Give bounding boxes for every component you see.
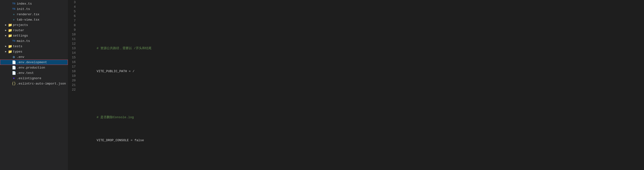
- folder-icon: 📁: [8, 23, 12, 27]
- sidebar-item-label: projects: [13, 23, 28, 27]
- sidebar-item-eslintignore[interactable]: ▶ ● .eslintignore: [0, 76, 68, 81]
- sidebar-item-env[interactable]: ▶ ⚙ .env: [0, 54, 68, 60]
- sidebar-item-projects[interactable]: ▶ 📁 projects: [0, 22, 68, 28]
- line-num-18: 18: [72, 69, 76, 74]
- line-num-14: 14: [72, 51, 76, 55]
- sidebar-item-index-ts[interactable]: ▶ TS index.ts: [0, 1, 68, 6]
- types-folder-icon: 📁: [8, 50, 12, 54]
- line-num-7: 7: [72, 18, 76, 23]
- sidebar-item-label: .env.development: [17, 61, 47, 64]
- sidebar-item-env-development[interactable]: ▶ 📄 .env.development: [0, 60, 68, 65]
- line-num-9: 9: [72, 28, 76, 32]
- sidebar-item-label: .env: [17, 55, 24, 59]
- code-line-7: # 是否删除Console.log: [82, 110, 644, 115]
- folder-arrow: ▶: [4, 50, 8, 53]
- line-num-3: 3: [72, 0, 76, 4]
- sidebar-item-env-production[interactable]: ▶ 📄 .env.production: [0, 65, 68, 70]
- code-content: # 资源公共路径，需要以 /开头和结尾 VITE_PUBLIC_PATH = /…: [78, 0, 644, 170]
- line-num-12: 12: [72, 41, 76, 46]
- line-num-5: 5: [72, 9, 76, 14]
- code-line-5: VITE_PUBLIC_PATH = /: [82, 64, 644, 69]
- folder-arrow: ▶: [4, 23, 8, 26]
- line-num-15: 15: [72, 55, 76, 60]
- sidebar-item-label: renderer.tsx: [17, 12, 40, 16]
- line-numbers: 3 4 5 6 7 8 9 10 11 12 13 14 15 16 17 18…: [68, 0, 78, 170]
- sidebar-item-init-ts[interactable]: ▶ TS init.ts: [0, 6, 68, 12]
- sidebar-item-label: router: [13, 28, 24, 32]
- sidebar-item-label: tab-view.tsx: [17, 18, 40, 21]
- line-num-17: 17: [72, 64, 76, 69]
- line-num-19: 19: [72, 74, 76, 78]
- ts-file-icon: TS: [12, 2, 16, 5]
- file-icon: 📄: [12, 66, 16, 70]
- tsx-file-icon: ⚛: [12, 13, 16, 16]
- sidebar-item-label: .env.production: [17, 66, 45, 69]
- code-line-9: [82, 157, 644, 161]
- folder-arrow: ▶: [4, 45, 8, 48]
- eslint-file-icon: ●: [12, 76, 16, 80]
- tests-folder-icon: 📁: [8, 44, 12, 48]
- code-line-3: [82, 18, 644, 23]
- folder-arrow: ▶: [4, 29, 8, 32]
- tsx-file-icon: ⚛: [12, 18, 16, 21]
- editor-content: 3 4 5 6 7 8 9 10 11 12 13 14 15 16 17 18…: [68, 0, 644, 170]
- folder-arrow: ▶: [4, 34, 8, 37]
- settings-folder-icon: 📁: [8, 34, 12, 38]
- sidebar-item-label: tests: [13, 44, 22, 48]
- code-editor[interactable]: 3 4 5 6 7 8 9 10 11 12 13 14 15 16 17 18…: [68, 0, 644, 170]
- line-num-22: 22: [72, 87, 76, 92]
- code-line-4: # 资源公共路径，需要以 /开头和结尾: [82, 41, 644, 46]
- sidebar-item-router[interactable]: ▶ 📁 router: [0, 28, 68, 33]
- line-num-8: 8: [72, 23, 76, 28]
- line-num-20: 20: [72, 78, 76, 83]
- sidebar-item-renderer-tsx[interactable]: ▶ ⚛ renderer.tsx: [0, 12, 68, 17]
- file-icon: 📄: [12, 71, 16, 75]
- file-icon: 📄: [12, 60, 16, 64]
- sidebar-item-label: .eslintrc-auto-import.json: [17, 82, 66, 85]
- comment-token: # 是否删除Console.log: [96, 116, 134, 119]
- sidebar-item-label: init.ts: [17, 7, 30, 11]
- line-num-21: 21: [72, 83, 76, 87]
- sidebar-item-main-ts[interactable]: ▶ TS main.ts: [0, 38, 68, 44]
- sidebar-item-eslintrc[interactable]: ▶ {} .eslintrc-auto-import.json: [0, 81, 68, 86]
- ts-file-icon: TS: [12, 39, 16, 42]
- router-folder-icon: 📁: [8, 28, 12, 32]
- file-explorer: ▶ TS index.ts ▶ TS init.ts ▶ ⚛ renderer.…: [0, 0, 68, 170]
- json-file-icon: {}: [12, 82, 16, 85]
- sidebar-item-label: main.ts: [17, 39, 30, 43]
- code-line-6: [82, 87, 644, 92]
- sidebar-item-label: settings: [13, 34, 28, 37]
- line-num-10: 10: [72, 32, 76, 37]
- sidebar-item-settings[interactable]: ▶ 📁 settings: [0, 33, 68, 38]
- sidebar-item-tests[interactable]: ▶ 📁 tests: [0, 44, 68, 49]
- sidebar-item-label: .env.test: [17, 71, 34, 75]
- sidebar-item-label: types: [13, 50, 22, 53]
- line-num-4: 4: [72, 4, 76, 9]
- code-token: VITE_PUBLIC_PATH = /: [96, 69, 134, 73]
- sidebar-item-label: index.ts: [17, 2, 32, 5]
- sidebar-item-label: .eslintignore: [17, 77, 41, 80]
- sidebar-item-types[interactable]: ▶ 📁 types: [0, 49, 68, 54]
- code-line-8: VITE_DROP_CONSOLE = false: [82, 134, 644, 138]
- ts-file-icon: TS: [12, 7, 16, 10]
- line-num-16: 16: [72, 60, 76, 64]
- sidebar-item-env-test[interactable]: ▶ 📄 .env.test: [0, 70, 68, 76]
- comment-token: # 资源公共路径，需要以 /开头和结尾: [96, 46, 151, 50]
- line-num-13: 13: [72, 46, 76, 51]
- sidebar-item-tab-view-tsx[interactable]: ▶ ⚛ tab-view.tsx: [0, 17, 68, 22]
- code-token: VITE_DROP_CONSOLE = false: [96, 139, 144, 142]
- line-num-6: 6: [72, 14, 76, 18]
- line-num-11: 11: [72, 37, 76, 41]
- gear-file-icon: ⚙: [12, 55, 16, 59]
